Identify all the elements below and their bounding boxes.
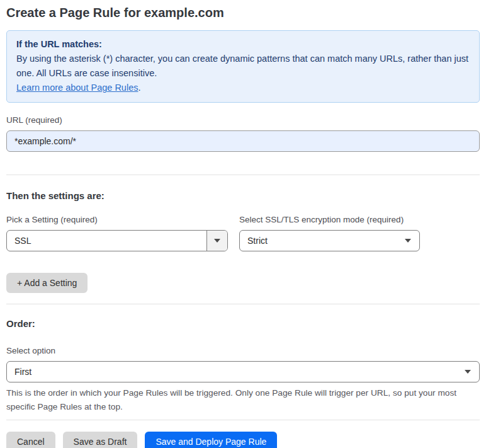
ssl-mode-select[interactable]: Strict [239,230,420,251]
info-box-body: By using the asterisk (*) character, you… [16,52,470,81]
create-page-rule-form: Create a Page Rule for example.com If th… [0,5,486,448]
ssl-mode-value: Strict [240,236,405,246]
save-and-deploy-button[interactable]: Save and Deploy Page Rule [145,432,277,448]
divider [6,175,480,175]
ssl-mode-group: Select SSL/TLS encryption mode (required… [239,215,420,251]
info-box-heading: If the URL matches: [16,37,470,52]
save-as-draft-button[interactable]: Save as Draft [63,432,138,448]
footer-actions: Cancel Save as Draft Save and Deploy Pag… [6,432,480,448]
settings-section-heading: Then the settings are: [6,190,480,202]
setting-picker-group: Pick a Setting (required) SSL [6,215,228,251]
divider [6,420,480,420]
setting-picker-label: Pick a Setting (required) [6,215,228,225]
link-period: . [138,83,140,93]
setting-picker-select[interactable]: SSL [6,230,228,251]
url-field-label: URL (required) [6,115,480,125]
order-help-text: This is the order in which your Page Rul… [6,386,477,414]
add-setting-button[interactable]: + Add a Setting [6,273,88,293]
chevron-down-icon [405,239,411,243]
order-select-value: First [7,367,465,377]
chevron-down-icon [214,239,220,243]
setting-picker-value: SSL [7,236,206,246]
url-match-info-box: If the URL matches: By using the asteris… [6,30,480,103]
ssl-mode-label: Select SSL/TLS encryption mode (required… [239,215,420,225]
url-input[interactable] [6,130,480,152]
cancel-button[interactable]: Cancel [6,432,55,448]
order-select[interactable]: First [6,361,480,382]
order-section-heading: Order: [6,318,480,330]
settings-row: Pick a Setting (required) SSL Select SSL… [6,215,480,251]
learn-more-link[interactable]: Learn more about Page Rules [16,83,138,93]
page-title: Create a Page Rule for example.com [6,5,480,21]
setting-picker-arrow-button[interactable] [206,231,227,251]
divider [6,304,480,304]
info-box-link-line: Learn more about Page Rules. [16,81,470,95]
order-select-label: Select option [6,346,480,356]
chevron-down-icon [465,370,471,374]
